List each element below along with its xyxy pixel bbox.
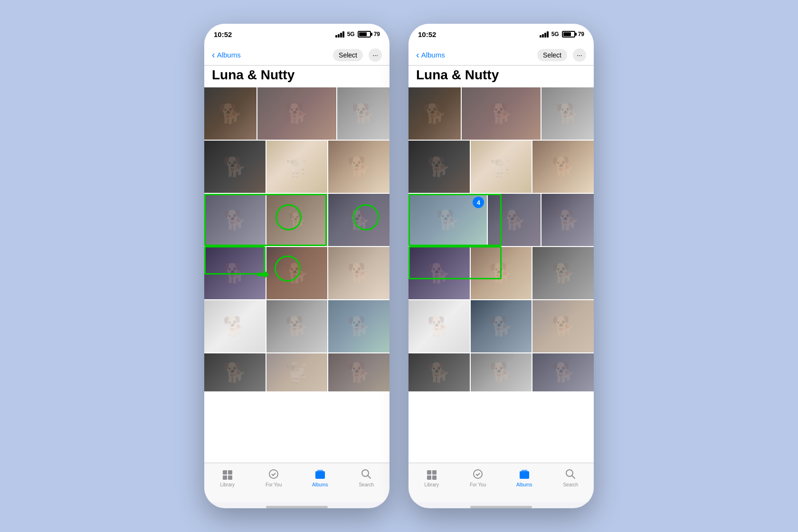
photo-cell[interactable]: 🐕 [532, 300, 594, 352]
back-button-right[interactable]: ‹ Albums [416, 49, 445, 60]
back-button-left[interactable]: ‹ Albums [212, 49, 241, 60]
nav-bar-right: ‹ Albums Select ··· [408, 45, 594, 66]
svg-rect-3 [228, 475, 232, 480]
select-button-left[interactable]: Select [333, 49, 363, 61]
photo-cell[interactable]: 🐕 [204, 87, 256, 140]
grid-row-r6: 🐕 🐕 🐕 [408, 353, 594, 391]
battery-icon-left [358, 31, 371, 38]
back-arrow-left: ‹ [212, 49, 215, 60]
photo-cell[interactable]: 🐩 [266, 353, 328, 391]
tab-foryou-right[interactable]: For You [455, 468, 502, 487]
nav-actions-left: Select ··· [333, 48, 382, 62]
photo-cell[interactable]: 🐕 4 [408, 194, 487, 246]
svg-rect-0 [223, 470, 227, 475]
photo-cell[interactable]: 🐕 [408, 247, 470, 299]
home-indicator-left [266, 506, 328, 508]
svg-rect-9 [427, 470, 431, 475]
photo-cell[interactable]: 🐕 [488, 194, 540, 246]
svg-rect-10 [432, 470, 437, 475]
svg-rect-12 [432, 475, 437, 480]
tab-albums-left[interactable]: Albums [297, 468, 343, 487]
battery-icon-right [562, 31, 575, 38]
photo-cell[interactable]: 🐕 [471, 300, 532, 352]
photo-cell[interactable]: 🐕 [542, 87, 594, 140]
tab-search-label-left: Search [359, 482, 374, 487]
photo-cell[interactable]: 🐕 [266, 194, 328, 246]
status-bar-right: 10:52 5G 79 [408, 24, 594, 45]
tab-search-left[interactable]: Search [343, 468, 390, 487]
photo-cell[interactable]: 🐕 [542, 194, 594, 246]
battery-pct-left: 79 [374, 31, 380, 38]
tab-albums-right[interactable]: Albums [501, 468, 548, 487]
foryou-icon-left [267, 468, 280, 480]
photo-cell[interactable]: 🐕 [532, 247, 594, 299]
time-left: 10:52 [214, 30, 232, 38]
photo-cell[interactable]: 🐕 [471, 353, 532, 391]
album-title-area-right: Luna & Nutty [408, 66, 594, 87]
photo-cell[interactable]: 🐕 [532, 353, 594, 391]
svg-point-13 [474, 470, 482, 478]
photo-cell[interactable]: 🐕 [462, 87, 540, 140]
photo-grid-left[interactable]: 🐕 🐕 🐕 🐕 🐩 🐕 [204, 87, 390, 463]
tab-albums-label-right: Albums [516, 482, 532, 487]
grid-row-r1: 🐕 🐕 🐕 [408, 87, 594, 140]
photo-cell[interactable]: 🐕 [204, 353, 266, 391]
photo-cell[interactable]: 🐕 [328, 141, 390, 193]
photo-cell[interactable]: 🐕 [408, 300, 470, 352]
album-title-right: Luna & Nutty [416, 67, 586, 83]
photo-cell[interactable]: 🐕 [471, 247, 532, 299]
photo-cell[interactable]: 🐕 [204, 247, 266, 299]
more-button-left[interactable]: ··· [369, 48, 382, 62]
search-icon-left [360, 468, 372, 480]
photo-cell[interactable]: 🐕 [257, 87, 336, 140]
photo-cell[interactable]: 🐕 [266, 247, 328, 299]
battery-pct-right: 79 [578, 31, 584, 38]
tab-library-right[interactable]: Library [408, 468, 455, 487]
grid-row-r3: 🐕 4 🐕 🐕 [408, 194, 594, 246]
photo-cell[interactable]: 🐩 [471, 141, 532, 193]
tab-search-right[interactable]: Search [548, 468, 594, 487]
status-icons-right: 5G 79 [540, 31, 584, 38]
network-left: 5G [347, 31, 355, 38]
photo-cell[interactable]: 🐕 [328, 300, 390, 352]
photo-cell[interactable]: 🐩 [266, 141, 328, 193]
photo-cell[interactable]: 🐕 [532, 141, 594, 193]
library-icon-right [426, 468, 438, 480]
status-icons-left: 5G 79 [335, 31, 380, 38]
photo-cell[interactable]: 🐕 [204, 194, 266, 246]
photo-cell[interactable]: 🐕 [266, 300, 328, 352]
photo-grid-right[interactable]: 🐕 🐕 🐕 🐕 🐩 🐕 [408, 87, 594, 463]
signal-icon-left [335, 31, 344, 38]
albums-icon-right [518, 468, 531, 480]
grid-row-1: 🐕 🐕 🐕 [204, 87, 390, 140]
more-button-right[interactable]: ··· [573, 48, 586, 62]
select-button-right[interactable]: Select [537, 49, 567, 61]
photo-cell[interactable]: 🐕 [328, 353, 390, 391]
back-label-left: Albums [217, 51, 241, 59]
svg-rect-2 [223, 475, 227, 480]
photo-cell[interactable]: 🐕 [204, 141, 266, 193]
photo-cell[interactable]: 🐕 [337, 87, 390, 140]
home-indicator-right [470, 506, 532, 508]
photo-cell[interactable]: 🐕 [204, 300, 266, 352]
tab-foryou-left[interactable]: For You [251, 468, 297, 487]
time-right: 10:52 [418, 30, 436, 38]
svg-rect-6 [317, 470, 323, 472]
photo-cell[interactable]: 🐕 [328, 247, 390, 299]
photo-cell[interactable]: 🐕 [408, 353, 470, 391]
photo-cell[interactable]: 🐕 [408, 87, 461, 140]
grid-row-4: 🐕 🐕 🐕 ➡ [204, 247, 390, 299]
photo-cell[interactable]: 🐕 [408, 141, 470, 193]
left-phone: 10:52 5G 79 ‹ Albums Select ··· [204, 24, 390, 508]
svg-line-8 [368, 475, 370, 478]
grid-row-r4: 🐕 🐕 🐕 [408, 247, 594, 299]
svg-rect-14 [520, 471, 529, 479]
photo-cell[interactable]: 🐕 [328, 194, 390, 246]
tab-albums-label-left: Albums [312, 482, 328, 487]
grid-row-r5: 🐕 🐕 🐕 [408, 300, 594, 352]
grid-row-6: 🐕 🐩 🐕 [204, 353, 390, 391]
right-phone: 10:52 5G 79 ‹ Albums Select ··· [408, 24, 594, 508]
signal-icon-right [540, 31, 549, 38]
tab-bar-left: Library For You Albums Search [204, 463, 390, 502]
tab-library-left[interactable]: Library [204, 468, 251, 487]
